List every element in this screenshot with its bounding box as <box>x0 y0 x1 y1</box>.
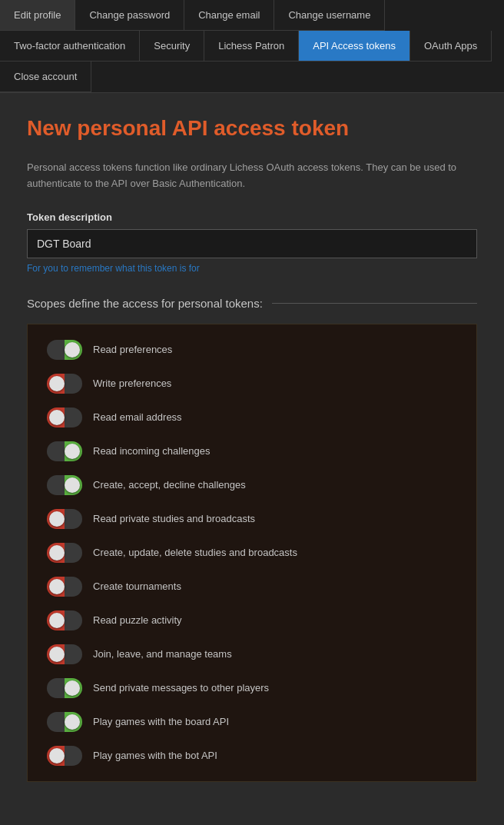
toggle-send-messages[interactable] <box>47 678 82 698</box>
scope-item-read-challenges: Read incoming challenges <box>47 441 457 461</box>
toggle-read-preferences[interactable] <box>47 340 82 360</box>
toggle-bot-api[interactable] <box>47 746 82 766</box>
scope-label-read-email: Read email address <box>93 411 182 423</box>
toggle-track-create-tournaments <box>47 577 82 597</box>
nav-item-security[interactable]: Security <box>140 31 204 62</box>
toggle-knob-send-messages <box>65 680 80 696</box>
toggle-knob-read-puzzles <box>49 613 65 628</box>
scope-label-board-api: Play games with the board API <box>93 716 229 727</box>
nav-item-change-username[interactable]: Change username <box>274 0 385 31</box>
scope-label-read-puzzles: Read puzzle activity <box>93 614 182 626</box>
nav-item-change-password[interactable]: Change password <box>75 0 184 31</box>
toggle-write-preferences[interactable] <box>47 374 82 394</box>
scope-item-manage-studies: Create, update, delete studies and broad… <box>47 543 457 563</box>
nav-item-oauth-apps[interactable]: OAuth Apps <box>410 31 492 62</box>
scope-item-write-preferences: Write preferences <box>47 374 457 394</box>
scope-label-read-preferences: Read preferences <box>93 344 172 355</box>
nav-item-edit-profile[interactable]: Edit profile <box>0 0 75 31</box>
toggle-read-email[interactable] <box>47 408 82 427</box>
token-description-label: Token description <box>27 211 477 223</box>
toggle-knob-bot-api <box>49 748 65 763</box>
top-navigation: Edit profileChange passwordChange emailC… <box>0 0 504 93</box>
scope-item-bot-api: Play games with the bot API <box>47 746 457 766</box>
token-hint: For you to remember what this token is f… <box>27 263 477 274</box>
toggle-manage-challenges[interactable] <box>47 475 82 495</box>
toggle-track-manage-studies <box>47 543 82 563</box>
scope-label-read-studies: Read private studies and broadcasts <box>93 513 255 524</box>
toggle-track-read-studies <box>47 509 82 529</box>
scope-label-manage-challenges: Create, accept, decline challenges <box>93 479 246 491</box>
scopes-box: Read preferencesWrite preferencesRead em… <box>27 324 477 782</box>
scope-item-board-api: Play games with the board API <box>47 712 457 732</box>
toggle-knob-read-challenges <box>65 444 80 459</box>
toggle-track-write-preferences <box>47 374 82 394</box>
toggle-knob-read-preferences <box>65 342 80 358</box>
toggle-board-api[interactable] <box>47 712 82 732</box>
toggle-knob-manage-studies <box>49 545 65 561</box>
toggle-knob-board-api <box>65 714 80 730</box>
toggle-knob-read-email <box>49 410 65 425</box>
scope-item-create-tournaments: Create tournaments <box>47 577 457 597</box>
toggle-knob-write-preferences <box>49 376 65 391</box>
scopes-header: Scopes define the access for personal to… <box>27 297 477 310</box>
nav-item-two-factor[interactable]: Two-factor authentication <box>0 31 140 62</box>
page-description: Personal access tokens function like ord… <box>27 160 477 192</box>
scope-label-send-messages: Send private messages to other players <box>93 682 269 694</box>
toggle-track-send-messages <box>47 678 82 698</box>
token-description-input[interactable] <box>27 229 477 258</box>
nav-item-api-access-tokens[interactable]: API Access tokens <box>299 31 410 62</box>
scope-item-read-preferences: Read preferences <box>47 340 457 360</box>
scope-label-create-tournaments: Create tournaments <box>93 580 181 592</box>
toggle-knob-manage-teams <box>49 647 65 662</box>
scope-item-read-email: Read email address <box>47 408 457 427</box>
toggle-track-manage-challenges <box>47 475 82 495</box>
scope-item-manage-challenges: Create, accept, decline challenges <box>47 475 457 495</box>
toggle-knob-create-tournaments <box>49 579 65 594</box>
scope-label-write-preferences: Write preferences <box>93 378 171 389</box>
page-title: New personal API access token <box>27 116 477 141</box>
toggle-track-read-email <box>47 408 82 427</box>
toggle-knob-manage-challenges <box>65 477 80 493</box>
toggle-track-read-puzzles <box>47 610 82 630</box>
scope-item-read-puzzles: Read puzzle activity <box>47 610 457 630</box>
scope-label-manage-studies: Create, update, delete studies and broad… <box>93 547 297 558</box>
scope-item-send-messages: Send private messages to other players <box>47 678 457 698</box>
toggle-track-bot-api <box>47 746 82 766</box>
scope-label-read-challenges: Read incoming challenges <box>93 445 210 457</box>
scope-item-manage-teams: Join, leave, and manage teams <box>47 644 457 664</box>
nav-item-lichess-patron[interactable]: Lichess Patron <box>204 31 299 62</box>
toggle-track-manage-teams <box>47 644 82 664</box>
nav-item-change-email[interactable]: Change email <box>184 0 274 31</box>
toggle-manage-studies[interactable] <box>47 543 82 563</box>
toggle-read-studies[interactable] <box>47 509 82 529</box>
toggle-manage-teams[interactable] <box>47 644 82 664</box>
toggle-track-board-api <box>47 712 82 732</box>
toggle-track-read-preferences <box>47 340 82 360</box>
scope-item-read-studies: Read private studies and broadcasts <box>47 509 457 529</box>
toggle-read-puzzles[interactable] <box>47 610 82 630</box>
scope-label-manage-teams: Join, leave, and manage teams <box>93 648 232 660</box>
toggle-read-challenges[interactable] <box>47 441 82 461</box>
toggle-knob-read-studies <box>49 511 65 527</box>
scope-label-bot-api: Play games with the bot API <box>93 750 217 761</box>
toggle-create-tournaments[interactable] <box>47 577 82 597</box>
toggle-track-read-challenges <box>47 441 82 461</box>
nav-item-close-account[interactable]: Close account <box>0 62 91 92</box>
